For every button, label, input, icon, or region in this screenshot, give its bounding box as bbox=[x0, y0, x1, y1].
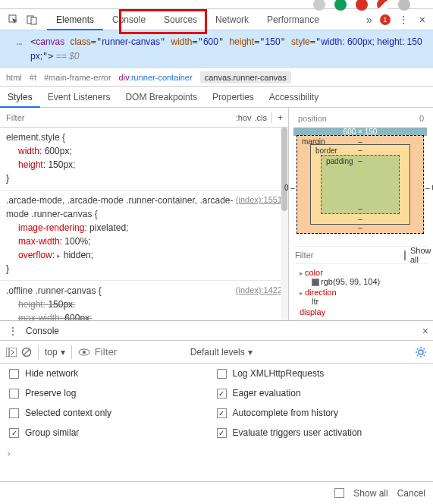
css-rule[interactable]: element.style {width: 600px;height: 150p… bbox=[0, 128, 288, 191]
console-filter-input[interactable] bbox=[95, 346, 186, 358]
breadcrumb-item[interactable]: div.runner-container bbox=[119, 73, 193, 82]
svg-line-6 bbox=[24, 349, 30, 355]
css-property[interactable]: height: 150px; bbox=[6, 298, 282, 311]
setting-row[interactable]: Preserve log bbox=[9, 388, 217, 398]
computed-property[interactable]: display bbox=[293, 307, 428, 317]
css-property[interactable]: max-width: 600px; bbox=[6, 311, 282, 320]
extension-icon[interactable] bbox=[334, 0, 347, 11]
console-title[interactable]: Console bbox=[26, 326, 59, 336]
styles-scrollbar[interactable] bbox=[281, 128, 288, 320]
css-property[interactable]: overflow: ▸ hidden; bbox=[6, 248, 282, 262]
css-property[interactable]: image-rendering: pixelated; bbox=[6, 221, 282, 235]
svg-point-9 bbox=[419, 350, 423, 354]
tab-dom-breakpoints[interactable]: DOM Breakpoints bbox=[118, 87, 205, 108]
tab-properties[interactable]: Properties bbox=[205, 87, 262, 108]
checkbox[interactable] bbox=[217, 389, 227, 398]
extension-icon[interactable] bbox=[377, 0, 389, 11]
tab-accessibility[interactable]: Accessibility bbox=[262, 87, 326, 108]
tab-styles[interactable]: Styles bbox=[0, 87, 40, 108]
svg-rect-3 bbox=[6, 348, 17, 357]
show-all-checkbox[interactable] bbox=[404, 250, 406, 260]
dom-breadcrumb: html #t #main-frame-error div.runner-con… bbox=[0, 68, 433, 87]
box-model-diagram[interactable]: 0 – – 0 margin – – border – – padding – … bbox=[293, 128, 427, 241]
setting-row[interactable]: Hide network bbox=[9, 368, 217, 379]
css-rule[interactable]: (index):1422.offline .runner-canvas {hei… bbox=[0, 281, 288, 320]
svg-point-8 bbox=[83, 351, 86, 354]
tab-console[interactable]: Console bbox=[103, 9, 155, 30]
css-property[interactable]: max-width: 100%; bbox=[6, 235, 282, 248]
tab-network[interactable]: Network bbox=[206, 9, 258, 30]
checkbox[interactable] bbox=[217, 369, 227, 379]
tab-sources[interactable]: Sources bbox=[155, 9, 206, 30]
source-link[interactable]: (index):1551 bbox=[236, 194, 282, 206]
breadcrumb-item[interactable]: #t bbox=[30, 73, 36, 82]
profile-avatar-icon[interactable] bbox=[398, 0, 410, 11]
console-settings-gear-icon[interactable] bbox=[415, 346, 427, 358]
drawer-kebab-icon[interactable]: ⋮ bbox=[5, 325, 21, 337]
execution-context-dropdown[interactable]: top ▾ bbox=[45, 347, 65, 358]
dom-selected-element[interactable]: <canvas class="runner-canvas" width="600… bbox=[0, 30, 433, 68]
inspect-element-icon[interactable] bbox=[8, 14, 20, 26]
computed-property[interactable]: ▸colorrgb(95, 99, 104) bbox=[293, 267, 428, 287]
styles-tabs: Styles Event Listeners DOM Breakpoints P… bbox=[0, 87, 433, 108]
devtools-panel: Elements Console Sources Network Perform… bbox=[0, 9, 433, 462]
tab-performance[interactable]: Performance bbox=[258, 9, 328, 30]
console-settings-panel: Hide networkPreserve logSelected context… bbox=[0, 364, 433, 446]
tab-elements[interactable]: Elements bbox=[47, 9, 103, 30]
show-all-checkbox-bottom[interactable] bbox=[334, 488, 344, 498]
css-property[interactable]: width: 600px; bbox=[6, 144, 282, 158]
console-prompt[interactable]: › bbox=[0, 446, 433, 462]
svg-line-16 bbox=[417, 354, 419, 356]
setting-row[interactable]: Selected context only bbox=[9, 408, 217, 418]
setting-row[interactable]: Group similar bbox=[9, 427, 217, 438]
setting-label: Preserve log bbox=[25, 388, 76, 398]
setting-row[interactable]: Autocomplete from history bbox=[217, 408, 425, 418]
checkbox[interactable] bbox=[9, 389, 19, 398]
breadcrumb-item[interactable]: #main-frame-error bbox=[44, 73, 111, 82]
error-count-badge[interactable]: 1 bbox=[380, 14, 391, 25]
close-drawer-icon[interactable]: × bbox=[422, 325, 428, 337]
checkbox[interactable] bbox=[217, 408, 227, 418]
computed-filter-input[interactable] bbox=[295, 250, 400, 260]
kebab-menu-icon[interactable]: ⋮ bbox=[395, 14, 412, 26]
bottom-toolbar: Show all Cancel bbox=[0, 481, 433, 504]
clear-console-icon[interactable] bbox=[21, 347, 32, 358]
box-model-padding: padding – – bbox=[321, 155, 400, 214]
source-link[interactable]: (index):1422 bbox=[236, 284, 282, 297]
css-rule[interactable]: (index):1551.arcade-mode, .arcade-mode .… bbox=[0, 191, 288, 281]
css-property[interactable]: height: 150px; bbox=[6, 158, 282, 172]
log-levels-dropdown[interactable]: Default levels ▾ bbox=[190, 347, 253, 358]
extension-icon[interactable] bbox=[356, 0, 368, 11]
setting-label: Group similar bbox=[25, 427, 79, 438]
scrollbar-thumb[interactable] bbox=[281, 128, 287, 211]
checkbox[interactable] bbox=[9, 408, 19, 418]
toolbar-right: » 1 ⋮ × bbox=[363, 14, 428, 26]
chevron-down-icon: ▾ bbox=[61, 347, 65, 358]
computed-property[interactable]: ▸directionltr bbox=[293, 287, 428, 307]
new-style-rule-icon[interactable]: + bbox=[271, 112, 288, 123]
setting-label: Autocomplete from history bbox=[233, 408, 338, 418]
toggle-hov[interactable]: :hov bbox=[236, 113, 252, 122]
position-row: position 0 bbox=[293, 112, 428, 124]
setting-label: Hide network bbox=[25, 368, 78, 379]
tab-event-listeners[interactable]: Event Listeners bbox=[40, 87, 118, 108]
live-expression-icon[interactable] bbox=[78, 348, 90, 357]
close-devtools-icon[interactable]: × bbox=[416, 14, 428, 26]
console-sidebar-toggle-icon[interactable] bbox=[6, 348, 17, 357]
toggle-cls[interactable]: .cls bbox=[255, 113, 268, 122]
cancel-button[interactable]: Cancel bbox=[397, 488, 425, 499]
setting-row[interactable]: Evaluate triggers user activation bbox=[217, 427, 425, 438]
computed-filter-bar: Show all bbox=[293, 246, 428, 264]
setting-row[interactable]: Log XMLHttpRequests bbox=[217, 368, 425, 379]
breadcrumb-item-active[interactable]: canvas.runner-canvas bbox=[200, 71, 291, 83]
more-tabs-icon[interactable]: » bbox=[363, 14, 375, 26]
checkbox[interactable] bbox=[9, 369, 19, 379]
breadcrumb-item[interactable]: html bbox=[6, 73, 22, 82]
checkbox[interactable] bbox=[217, 428, 227, 438]
setting-label: Log XMLHttpRequests bbox=[233, 368, 325, 379]
setting-row[interactable]: Eager evaluation bbox=[217, 388, 425, 398]
tag-name: canvas bbox=[36, 36, 64, 47]
styles-filter-input[interactable] bbox=[0, 109, 231, 127]
device-toggle-icon[interactable] bbox=[26, 14, 38, 26]
checkbox[interactable] bbox=[9, 428, 19, 438]
